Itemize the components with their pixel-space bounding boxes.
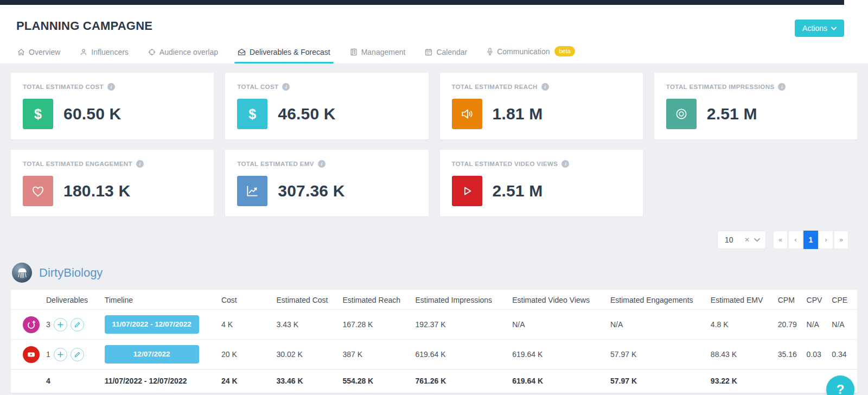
kpi-value: 180.13 K <box>63 182 130 200</box>
page-size-select[interactable]: 10 ✕ <box>717 231 766 249</box>
tab-label: Overview <box>29 48 60 56</box>
top-bar-notch <box>844 0 868 5</box>
info-icon[interactable]: i <box>282 83 290 91</box>
info-icon[interactable]: i <box>541 83 549 91</box>
col-cpm: CPM <box>778 290 807 310</box>
play-icon <box>452 176 482 206</box>
col-timeline: Timeline <box>105 290 221 310</box>
deliverable-count: 1 <box>46 350 50 359</box>
last-page-button[interactable]: » <box>834 231 848 249</box>
youtube-icon <box>23 346 40 363</box>
cpm-cell: 20.79 <box>778 310 807 340</box>
kpi-value: 60.50 K <box>63 105 121 123</box>
tab-communication[interactable]: Communication beta <box>487 46 575 63</box>
influencer-avatar[interactable] <box>12 263 32 283</box>
info-icon[interactable]: i <box>318 160 326 168</box>
estimated-impressions-cell: 619.64 K <box>415 340 512 369</box>
total-cost: 24 K <box>221 369 277 393</box>
tab-label: Calendar <box>436 48 467 56</box>
total-estimated-cost: 33.46 K <box>277 369 343 393</box>
col-cpe: CPE <box>832 290 857 310</box>
first-page-button[interactable]: « <box>773 231 788 249</box>
tab-label: Management <box>361 48 406 56</box>
total-timeline: 11/07/2022 - 12/07/2022 <box>105 369 221 393</box>
clear-icon[interactable]: ✕ <box>744 236 750 244</box>
cost-cell: 20 K <box>221 340 277 369</box>
tab-management[interactable]: Management <box>350 48 406 63</box>
dollar-icon: $ <box>23 99 53 129</box>
page-button-1[interactable]: 1 <box>803 231 818 249</box>
beta-badge: beta <box>554 46 575 56</box>
table-row-instagram: 3 11/07/2022 - 12/07/2022 4 K 3.43 K 167… <box>11 310 857 340</box>
chevron-down-icon <box>754 238 760 242</box>
col-deliverables: Deliverables <box>46 290 105 310</box>
chevron-down-icon <box>831 27 837 30</box>
page-title: PLANNING CAMPAGNE <box>16 19 868 33</box>
add-deliverable-button[interactable] <box>54 348 67 361</box>
add-deliverable-button[interactable] <box>54 318 67 332</box>
tab-label: Audience overlap <box>159 48 218 56</box>
kpi-card-total-estimated-emv: TOTAL ESTIMATED EMV i 307.36 K <box>225 150 428 216</box>
estimated-impressions-cell: 192.37 K <box>415 310 512 340</box>
total-estimated-reach: 554.28 K <box>342 369 415 393</box>
estimated-engagements-cell: N/A <box>610 310 711 340</box>
total-estimated-impressions: 761.26 K <box>415 369 512 393</box>
prev-page-button[interactable]: ‹ <box>788 231 803 249</box>
kpi-label: TOTAL ESTIMATED ENGAGEMENT <box>23 161 132 167</box>
bullseye-icon <box>666 99 697 129</box>
tab-audience-overlap[interactable]: Audience overlap <box>148 48 218 63</box>
speaker-icon <box>452 99 482 129</box>
deliverable-count: 3 <box>46 320 50 329</box>
target-icon <box>148 48 156 56</box>
cpe-cell: 0.34 <box>832 340 857 369</box>
estimated-video-views-cell: N/A <box>512 310 610 340</box>
edit-deliverable-button[interactable] <box>71 318 84 332</box>
tab-influencers[interactable]: Influencers <box>80 48 128 63</box>
page-header: PLANNING CAMPAGNE Actions Overview Influ… <box>0 5 868 63</box>
kpi-label: TOTAL ESTIMATED EMV <box>237 161 314 167</box>
col-cpv: CPV <box>807 290 832 310</box>
estimated-reach-cell: 387 K <box>342 340 415 369</box>
tab-bar: Overview Influencers Audience overlap De… <box>0 33 868 63</box>
tab-label: Influencers <box>91 48 128 56</box>
calendar-icon <box>425 48 432 56</box>
total-estimated-engagements: 57.97 K <box>610 369 711 393</box>
tab-label: Communication <box>497 47 550 56</box>
person-icon <box>80 48 87 56</box>
timeline-badge[interactable]: 11/07/2022 - 12/07/2022 <box>105 315 199 334</box>
col-estimated-emv: Estimated EMV <box>711 290 778 310</box>
kpi-card-total-estimated-reach: TOTAL ESTIMATED REACH i 1.81 M <box>440 73 643 139</box>
estimated-reach-cell: 167.28 K <box>342 310 415 340</box>
kpi-value: 1.81 M <box>493 105 543 123</box>
col-estimated-video-views: Estimated Video Views <box>512 290 610 310</box>
deliverables-table: Deliverables Timeline Cost Estimated Cos… <box>11 290 857 393</box>
cpv-cell: 0.03 <box>807 340 832 369</box>
col-estimated-impressions: Estimated Impressions <box>415 290 512 310</box>
info-icon[interactable]: i <box>561 160 569 168</box>
table-total-row: 4 11/07/2022 - 12/07/2022 24 K 33.46 K 5… <box>11 369 857 393</box>
total-estimated-emv: 93.22 K <box>711 369 778 393</box>
home-icon <box>17 48 25 56</box>
tab-deliverables-forecast[interactable]: Deliverables & Forecast <box>238 48 330 63</box>
edit-deliverable-button[interactable] <box>71 348 84 361</box>
top-bar <box>0 0 868 5</box>
info-icon[interactable]: i <box>107 83 115 91</box>
estimated-cost-cell: 3.43 K <box>277 310 343 340</box>
estimated-engagements-cell: 57.97 K <box>610 340 711 369</box>
info-icon[interactable]: i <box>778 83 786 91</box>
actions-button[interactable]: Actions <box>795 20 844 37</box>
tab-overview[interactable]: Overview <box>17 48 60 63</box>
cpv-cell: N/A <box>807 310 832 340</box>
kpi-label: TOTAL ESTIMATED VIDEO VIEWS <box>452 161 558 167</box>
kpi-card-total-estimated-engagement: TOTAL ESTIMATED ENGAGEMENT i 180.13 K <box>11 150 214 216</box>
col-estimated-reach: Estimated Reach <box>342 290 415 310</box>
estimated-video-views-cell: 619.64 K <box>512 340 610 369</box>
kpi-value: 46.50 K <box>278 105 335 123</box>
next-page-button[interactable]: › <box>819 231 833 249</box>
influencer-name-link[interactable]: DirtyBiology <box>39 266 103 280</box>
timeline-badge[interactable]: 12/07/2022 <box>105 345 199 364</box>
tab-label: Deliverables & Forecast <box>250 48 330 56</box>
tab-calendar[interactable]: Calendar <box>425 48 467 63</box>
info-icon[interactable]: i <box>136 160 144 168</box>
deliverables-table-card: Deliverables Timeline Cost Estimated Cos… <box>11 290 857 393</box>
